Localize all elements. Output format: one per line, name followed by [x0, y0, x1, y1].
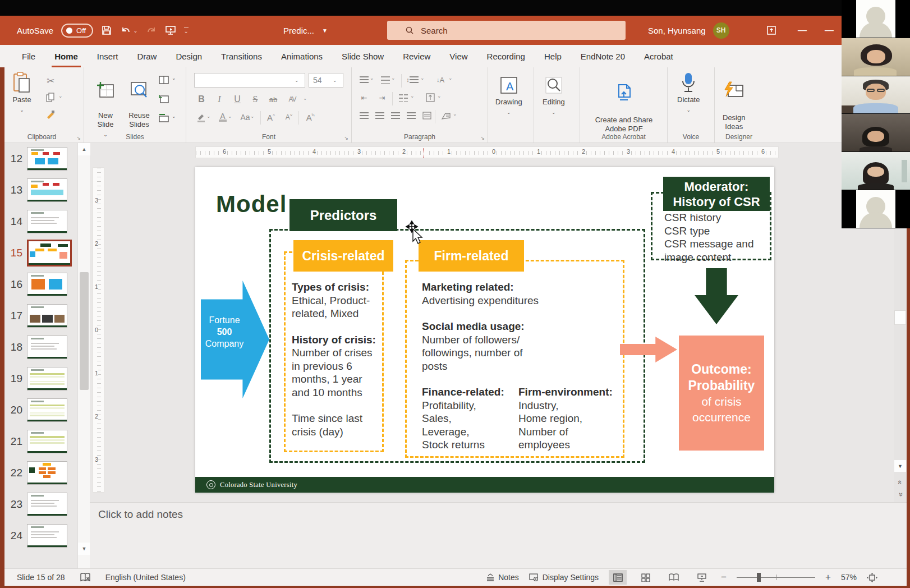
- slide-thumbnail-22[interactable]: 22: [4, 457, 77, 489]
- thumbnail-preview[interactable]: [27, 178, 67, 202]
- start-slideshow-icon[interactable]: [165, 25, 176, 36]
- language-indicator[interactable]: English (United States): [105, 573, 186, 582]
- customize-quick-access-icon[interactable]: ⌄: [184, 27, 189, 34]
- tab-home[interactable]: Home: [45, 45, 88, 67]
- bold-button[interactable]: B: [194, 92, 209, 107]
- scroll-up-button[interactable]: ▲: [78, 143, 90, 155]
- slide-thumbnail-14[interactable]: 14: [4, 206, 77, 237]
- format-painter-icon[interactable]: [44, 108, 57, 121]
- thumbnail-preview[interactable]: [27, 524, 67, 548]
- paste-button[interactable]: Paste ⌄: [12, 72, 31, 114]
- create-share-pdf-button[interactable]: Create and Share Adobe PDF: [586, 74, 662, 134]
- slide-thumbnail-16[interactable]: 16: [4, 269, 77, 300]
- slide-thumbnail-20[interactable]: 20: [4, 394, 77, 426]
- slide-canvas[interactable]: Model Predictors Crisis-related Types of…: [195, 167, 774, 493]
- justify-icon[interactable]: [405, 109, 418, 122]
- text-shadow-button[interactable]: S: [248, 92, 263, 107]
- chevron-down-icon[interactable]: ⌄: [228, 113, 232, 119]
- chevron-down-icon[interactable]: ⌄: [370, 75, 374, 81]
- outcome-box[interactable]: Outcome: Probability of crisis occurrenc…: [679, 336, 764, 451]
- account-area[interactable]: Son, Hyunsang SH: [648, 16, 729, 45]
- thumbnail-preview[interactable]: [27, 240, 72, 267]
- ribbon-display-options-icon[interactable]: [760, 16, 783, 45]
- underline-button[interactable]: U: [230, 92, 245, 107]
- chevron-down-icon[interactable]: ⌄: [303, 95, 307, 101]
- video-tile-participant[interactable]: [842, 38, 910, 76]
- zoom-out-button[interactable]: −: [721, 572, 727, 583]
- slide-thumbnail-15[interactable]: 15: [4, 237, 77, 269]
- decrease-font-size-button[interactable]: A˅: [282, 110, 296, 125]
- tab-animations[interactable]: Animations: [272, 45, 332, 67]
- scrollbar-thumb[interactable]: [894, 310, 906, 325]
- align-left-icon[interactable]: [357, 109, 371, 122]
- predictors-header-box[interactable]: Predictors: [289, 199, 397, 231]
- chevron-down-icon[interactable]: ⌄: [420, 75, 425, 81]
- reset-slide-icon[interactable]: [157, 92, 171, 105]
- tab-insert[interactable]: Insert: [88, 45, 128, 67]
- video-tile-avatar-placeholder[interactable]: [842, 0, 910, 38]
- zoom-level[interactable]: 57%: [841, 573, 857, 582]
- video-tile-participant[interactable]: [842, 76, 910, 114]
- zoom-slider[interactable]: [737, 577, 815, 578]
- align-text-vertical-icon[interactable]: [424, 91, 437, 104]
- firm-environment-block[interactable]: Firm-environment: Industry, Home region,…: [518, 385, 619, 452]
- user-avatar[interactable]: SH: [713, 22, 729, 39]
- undo-button[interactable]: ⌄: [120, 25, 137, 35]
- text-direction-icon[interactable]: ↓A: [434, 73, 447, 86]
- font-size-select[interactable]: 54⌄: [309, 73, 343, 88]
- chevron-down-icon[interactable]: ⌄: [437, 93, 442, 99]
- line-spacing-icon[interactable]: ↕: [406, 73, 419, 86]
- thumbnail-preview[interactable]: [27, 430, 67, 453]
- chevron-down-icon[interactable]: ⌄: [172, 75, 176, 81]
- editing-button[interactable]: Editing ⌄: [543, 75, 565, 117]
- minimize-button[interactable]: —: [791, 16, 814, 45]
- align-center-icon[interactable]: [373, 109, 387, 122]
- strikethrough-button[interactable]: ab: [266, 92, 281, 107]
- scrollbar-thumb[interactable]: [80, 272, 89, 390]
- text-to-smartart-icon[interactable]: [439, 109, 453, 122]
- autosave-toggle[interactable]: Off: [61, 24, 93, 38]
- reuse-slides-button[interactable]: Reuse Slides: [123, 72, 155, 129]
- dictate-button[interactable]: Dictate ⌄: [677, 72, 700, 114]
- columns-icon[interactable]: [397, 91, 410, 104]
- thumbnail-preview[interactable]: [27, 147, 67, 171]
- slide-thumbnail-21[interactable]: 21: [4, 426, 77, 457]
- align-right-icon[interactable]: [389, 109, 402, 122]
- thumbnail-preview[interactable]: [27, 210, 67, 233]
- distribute-icon[interactable]: [420, 109, 434, 122]
- slide-thumbnail-24[interactable]: 24: [4, 520, 77, 552]
- slide-thumbnail-17[interactable]: 17: [4, 300, 77, 332]
- zoom-slider-thumb[interactable]: [757, 573, 761, 582]
- numbering-icon[interactable]: [379, 73, 392, 86]
- chevron-down-icon[interactable]: ⌄: [448, 75, 453, 81]
- thumbnail-preview[interactable]: [27, 398, 67, 422]
- slide-thumbnail-12[interactable]: 12: [4, 143, 77, 174]
- clipboard-dialog-launcher[interactable]: ↘: [76, 135, 81, 141]
- tab-design[interactable]: Design: [166, 45, 212, 67]
- tab-help[interactable]: Help: [535, 45, 571, 67]
- italic-button[interactable]: I: [212, 92, 227, 107]
- clear-formatting-button[interactable]: A◊: [303, 110, 318, 125]
- tab-recording[interactable]: Recording: [477, 45, 535, 67]
- thumbnail-preview[interactable]: [27, 273, 67, 296]
- slide-sorter-view-button[interactable]: [637, 570, 655, 585]
- slideshow-view-button[interactable]: [693, 570, 711, 585]
- thumbnail-scrollbar[interactable]: ▲ ▼: [77, 143, 90, 568]
- tab-acrobat[interactable]: Acrobat: [635, 45, 683, 67]
- drawing-button[interactable]: A Drawing ⌄: [495, 75, 522, 117]
- zoom-in-button[interactable]: +: [825, 572, 831, 583]
- slide-thumbnail-19[interactable]: 19: [4, 363, 77, 394]
- decrease-indent-icon[interactable]: ⇤: [357, 91, 371, 104]
- slide-thumbnail-23[interactable]: 23: [4, 489, 77, 520]
- font-name-select[interactable]: ⌄: [194, 73, 305, 88]
- search-input[interactable]: Search: [387, 21, 626, 40]
- copy-icon[interactable]: [44, 91, 57, 104]
- video-tile-participant[interactable]: [842, 152, 910, 190]
- minimize-button-2[interactable]: —: [818, 16, 840, 45]
- fit-slide-to-window-icon[interactable]: [867, 573, 877, 582]
- increase-indent-icon[interactable]: ⇥: [375, 91, 389, 104]
- moderator-header-box[interactable]: Moderator: History of CSR: [663, 177, 770, 211]
- document-title[interactable]: Predic...▼: [283, 16, 328, 45]
- accessibility-checker-icon[interactable]: [80, 572, 91, 582]
- section-icon[interactable]: [157, 111, 171, 125]
